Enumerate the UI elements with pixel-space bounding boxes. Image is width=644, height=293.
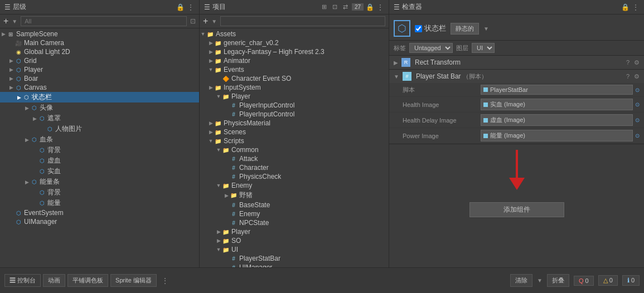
lock-icon[interactable]: 🔒 (176, 3, 185, 11)
project-item-genericchar[interactable]: ▶ 📁 generic_char_v0.2 (200, 38, 389, 47)
inspector-hamburger-icon[interactable]: ☰ (394, 3, 400, 11)
health-image-ref-icon[interactable]: ⊙ (635, 101, 640, 108)
project-item-enemy-script[interactable]: # Enemy (200, 209, 389, 218)
fold-button[interactable]: 折叠 (547, 274, 569, 287)
project-item-yezhu[interactable]: ▶ 📁 野猪 (200, 190, 389, 201)
hierarchy-item-player[interactable]: ▶ ⬡ Player (0, 65, 199, 74)
scene-label: SampleScene (16, 30, 58, 38)
hierarchy-item-statusbar[interactable]: ▶ ⬡ 状态栏 (0, 92, 199, 102)
project-item-player-folder[interactable]: ▼ 📁 Player (200, 92, 389, 101)
project-item-inputsystem[interactable]: ▶ 📁 InputSystem (200, 83, 389, 92)
hierarchy-item-charimg[interactable]: ⬡ 人物图片 (0, 124, 199, 134)
charimg-cube-icon: ⬡ (46, 125, 54, 133)
tag-dropdown[interactable]: Untagged (409, 43, 453, 53)
project-item-assets[interactable]: ▼ 📁 Assets (200, 30, 389, 38)
project-item-common[interactable]: ▼ 📁 Common (200, 145, 389, 154)
project-icon3[interactable]: ⇄ (341, 3, 350, 11)
static-button[interactable]: 静态的 (451, 23, 479, 35)
project-item-uimanager-script[interactable]: # UIManager (200, 263, 389, 267)
tab-spriteeditor[interactable]: Sprite 编辑器 (110, 274, 157, 287)
layer-dropdown[interactable]: UI (472, 43, 495, 53)
hierarchy-item-ghostblood[interactable]: ⬡ 虚血 (0, 155, 199, 166)
project-item-events[interactable]: ▼ 📁 Events (200, 65, 389, 74)
project-item-physicscheck[interactable]: # PhysicsCheck (200, 172, 389, 181)
project-hamburger-icon[interactable]: ☰ (204, 3, 210, 11)
project-item-physicsmaterial[interactable]: ▶ 📁 PhysicsMaterial (200, 119, 389, 128)
enemy-folder-icon: 📁 (222, 182, 230, 189)
project-toolbar: + ▼ (200, 14, 389, 28)
expand-arrow-icon: ▶ (394, 60, 398, 66)
rect-transform-help-icon[interactable]: ? (626, 59, 630, 66)
hierarchy-item-mask[interactable]: ▶ ⬡ 遮罩 (0, 113, 199, 124)
project-item-playerinput1[interactable]: # PlayerInputControl (200, 101, 389, 110)
inspector-lock-icon[interactable]: 🔒 (621, 3, 630, 11)
uimanager-script-icon: # (230, 263, 238, 267)
tag-layer-row: 标签 Untagged 图层 UI (389, 41, 644, 56)
playerstatbar-settings-icon[interactable]: ⚙ (634, 73, 640, 80)
common-folder-icon: 📁 (222, 146, 230, 154)
playerstatbar-help-icon[interactable]: ? (626, 73, 630, 80)
project-more-icon[interactable]: ⋮ (376, 3, 384, 12)
hierarchy-item-realblood[interactable]: ⬡ 实血 (0, 166, 199, 177)
tab-console[interactable]: ☰ 控制台 (4, 274, 41, 287)
grid-cube-icon: ⬡ (14, 57, 22, 65)
hierarchy-item-eventsystem[interactable]: ⬡ EventSystem (0, 208, 199, 217)
project-item-basestate[interactable]: # BaseState (200, 201, 389, 209)
rect-transform-header[interactable]: ▶ R Rect Transform ? ⚙ (389, 56, 644, 69)
hierarchy-item-globallight[interactable]: ◉ Global Light 2D (0, 47, 199, 56)
project-item-ui[interactable]: ▼ 📁 UI (200, 245, 389, 254)
health-image-value: 实血 (Image) (481, 99, 633, 110)
hierarchy-item-maincamera[interactable]: 🎥 Main Camera (0, 38, 199, 47)
add-component-button[interactable]: 添加组件 (469, 202, 564, 217)
power-ref-icon[interactable]: ⊙ (635, 133, 640, 139)
project-item-enemy[interactable]: ▼ 📁 Enemy (200, 181, 389, 190)
inspector-dropdown-icon[interactable]: ▼ (483, 26, 489, 32)
hierarchy-item-avatar[interactable]: ▶ ⬡ 头像 (0, 102, 199, 113)
project-item-scripts[interactable]: ▼ 📁 Scripts (200, 136, 389, 145)
project-icon1[interactable]: ⊞ (320, 3, 328, 11)
obj-enabled-check[interactable] (415, 25, 422, 32)
project-icon2[interactable]: ⊡ (331, 3, 339, 11)
rect-transform-settings-icon[interactable]: ⚙ (634, 59, 640, 66)
project-item-playerinput2[interactable]: # PlayerInputControl (200, 110, 389, 119)
tag-label: 标签 (394, 44, 406, 52)
hamburger-icon[interactable]: ☰ (4, 3, 11, 11)
hierarchy-item-energybar[interactable]: ▶ ⬡ 能量条 (0, 177, 199, 187)
clear-button[interactable]: 清除 (510, 274, 532, 287)
project-item-legacyfantasy[interactable]: ▶ 📁 Legacy-Fantasy – High Forest 2.3 (200, 47, 389, 56)
hierarchy-item-canvas[interactable]: ▶ ⬡ Canvas (0, 83, 199, 92)
hierarchy-item-energy[interactable]: ⬡ 能量 (0, 198, 199, 208)
hierarchy-item-samplescene[interactable]: ▶ ⊞ SampleScene (0, 30, 199, 38)
hierarchy-item-bg2[interactable]: ⬡ 背景 (0, 187, 199, 198)
project-item-player2[interactable]: ▶ 📁 Player (200, 227, 389, 236)
bottom-arrow-icon: ▼ (537, 277, 543, 284)
project-item-scenes[interactable]: ▶ 📁 Scenes (200, 128, 389, 136)
hierarchy-filter-icon[interactable]: ⊡ (190, 17, 196, 25)
playerstatbar-header[interactable]: ▼ # Player Stat Bar （脚本） ? ⚙ (389, 70, 644, 83)
script-ref-icon[interactable]: ⊙ (635, 87, 640, 93)
project-lock-icon[interactable]: 🔒 (366, 3, 374, 11)
more-icon[interactable]: ⋮ (187, 3, 195, 12)
project-item-playerstatbar[interactable]: # PlayerStatBar (200, 254, 389, 263)
add-icon[interactable]: + (3, 16, 8, 26)
hierarchy-search[interactable] (21, 16, 187, 26)
project-item-so[interactable]: ▶ 📁 SO (200, 236, 389, 245)
project-item-attack[interactable]: # Attack (200, 154, 389, 163)
obj-enabled-checkbox[interactable]: 状态栏 (415, 23, 446, 33)
bottom-more-icon[interactable]: ⋮ (161, 276, 169, 285)
project-search[interactable] (220, 16, 385, 26)
tab-tilepalette[interactable]: 平铺调色板 (67, 274, 108, 287)
hierarchy-item-bg1[interactable]: ⬡ 背景 (0, 145, 199, 155)
hierarchy-item-boar[interactable]: ▶ ⬡ Boar (0, 74, 199, 83)
project-item-animator[interactable]: ▶ 📁 Animator (200, 56, 389, 65)
project-add-icon[interactable]: + (203, 16, 208, 26)
project-item-npcstate[interactable]: # NPCState (200, 218, 389, 227)
project-item-charactereventso[interactable]: 🔶 Character Event SO (200, 74, 389, 83)
project-item-character[interactable]: # Character (200, 163, 389, 172)
tab-animation[interactable]: 动画 (43, 274, 65, 287)
health-delay-ref-icon[interactable]: ⊙ (635, 117, 640, 123)
hierarchy-item-uimanager[interactable]: ⬡ UIManager (0, 217, 199, 226)
inspector-more-icon[interactable]: ⋮ (632, 3, 640, 12)
hierarchy-item-grid[interactable]: ▶ ⬡ Grid (0, 56, 199, 65)
hierarchy-item-healthbar[interactable]: ▶ ⬡ 血条 (0, 134, 199, 145)
